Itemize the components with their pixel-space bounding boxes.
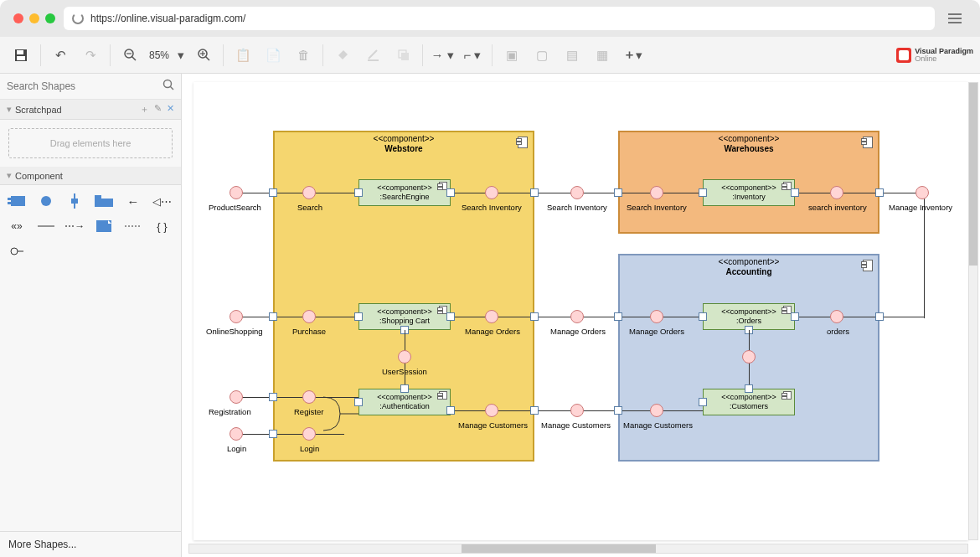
if-registration[interactable] [230, 390, 243, 404]
if-mo-acc[interactable] [650, 310, 663, 323]
if-online-shopping[interactable] [230, 310, 243, 323]
port-ord-r[interactable] [791, 312, 799, 321]
search-shapes-input[interactable] [7, 80, 162, 92]
scratchpad-dropzone[interactable]: Drag elements here [8, 128, 173, 158]
delete-button[interactable]: 🗑 [289, 43, 317, 68]
scratchpad-edit-icon[interactable]: ✎ [154, 103, 162, 116]
redo-button[interactable]: ↷ [76, 43, 105, 68]
port-cust-t[interactable] [745, 384, 753, 393]
port-webstore-r3[interactable] [530, 406, 539, 415]
url-bar[interactable]: https://online.visual-paradigm.com/ [64, 7, 935, 30]
if-login2[interactable] [302, 427, 316, 441]
if-si-inv[interactable] [830, 186, 843, 199]
to-front-button[interactable]: ▣ [498, 43, 526, 68]
shape-lollipop-icon[interactable] [7, 242, 27, 260]
search-icon[interactable] [162, 79, 174, 94]
zoom-level[interactable]: 85% [146, 49, 173, 61]
shape-dashed-arrow-icon[interactable]: ⋯→ [64, 217, 85, 235]
shape-component-icon[interactable] [7, 192, 27, 210]
port-auth-r[interactable] [446, 406, 455, 415]
save-button[interactable] [7, 43, 35, 68]
reload-icon[interactable] [72, 13, 84, 24]
shape-dashed-line-icon[interactable] [123, 217, 143, 235]
vertical-scrollbar[interactable] [968, 82, 978, 540]
if-mc-ws[interactable] [485, 404, 498, 417]
more-shapes-button[interactable]: More Shapes... [0, 531, 181, 557]
comp-search-engine[interactable]: <<component>> :SearchEngine [358, 179, 451, 206]
scratchpad-add-icon[interactable]: ＋ [140, 103, 149, 116]
if-search[interactable] [302, 186, 316, 199]
shape-package-icon[interactable] [94, 192, 114, 210]
port-cust-l[interactable] [699, 398, 707, 406]
shape-interface-icon[interactable] [36, 192, 56, 210]
port-ord-l[interactable] [699, 312, 707, 321]
port-webstore-l4[interactable] [269, 430, 277, 438]
if-mo-edge[interactable] [570, 310, 584, 323]
port-acc-l1[interactable] [614, 312, 622, 321]
component-panel-header[interactable]: ▾ Component [0, 167, 181, 185]
port-inv-l[interactable] [699, 188, 707, 197]
port-wh-l[interactable] [614, 188, 622, 197]
port-acc-r1[interactable] [875, 312, 884, 321]
scratchpad-header[interactable]: ▾ Scratchpad ＋ ✎ ✕ [0, 100, 181, 120]
if-purchase[interactable] [302, 310, 316, 323]
line-color-button[interactable] [358, 43, 387, 68]
if-si-wh[interactable] [650, 186, 663, 199]
shape-realization-icon[interactable]: ◁⋯ [152, 192, 172, 210]
port-wh-r[interactable] [875, 188, 884, 197]
add-button[interactable]: ＋ ▾ [618, 43, 647, 68]
port-webstore-l1[interactable] [269, 188, 277, 197]
minimize-window-icon[interactable] [29, 13, 39, 23]
shape-association-icon[interactable] [36, 217, 56, 235]
align-button[interactable]: ▤ [558, 43, 586, 68]
shape-note-icon[interactable] [94, 217, 114, 235]
shape-port-icon[interactable] [64, 192, 85, 210]
if-ord-cust[interactable] [742, 350, 756, 364]
zoom-dropdown[interactable]: ▾ [174, 43, 188, 68]
port-auth-t[interactable] [400, 384, 409, 393]
maximize-window-icon[interactable] [45, 13, 55, 23]
fill-color-button[interactable] [328, 43, 357, 68]
shape-usage-icon[interactable]: «» [7, 217, 27, 235]
connector-arrow-button[interactable]: → ▾ [428, 43, 456, 68]
scratchpad-close-icon[interactable]: ✕ [167, 103, 174, 116]
if-register[interactable] [302, 390, 316, 404]
port-sc-r[interactable] [446, 312, 455, 321]
if-login[interactable] [230, 427, 243, 441]
close-window-icon[interactable] [13, 13, 23, 23]
shape-constraint-icon[interactable]: { } [152, 217, 172, 235]
if-si-edge[interactable] [570, 186, 584, 199]
browser-menu-icon[interactable] [943, 9, 967, 28]
copy-button[interactable]: 📋 [229, 43, 257, 68]
port-se-l[interactable] [354, 188, 363, 197]
horizontal-scrollbar[interactable] [188, 544, 968, 554]
shape-dependency-icon[interactable]: ← [123, 192, 143, 210]
if-product-search[interactable] [230, 186, 243, 199]
brand-logo[interactable]: Visual Paradigm Online [896, 48, 973, 63]
port-acc-l2[interactable] [614, 406, 622, 415]
comp-inventory[interactable]: <<component>> :Inventory [703, 179, 795, 206]
shadow-button[interactable] [389, 43, 417, 68]
zoom-out-button[interactable] [116, 43, 144, 68]
port-webstore-l3[interactable] [269, 393, 277, 401]
if-mo-ws[interactable] [485, 310, 498, 323]
connector-style-button[interactable]: ⌐ ▾ [458, 43, 487, 68]
to-back-button[interactable]: ▢ [528, 43, 556, 68]
canvas[interactable]: <<component>> Webstore <<component>> War… [182, 74, 980, 557]
distribute-button[interactable]: ▦ [588, 43, 616, 68]
zoom-in-button[interactable] [189, 43, 218, 68]
undo-button[interactable]: ↶ [46, 43, 75, 68]
if-si-ws[interactable] [485, 186, 498, 199]
if-user-session[interactable] [398, 350, 411, 364]
port-webstore-l2[interactable] [269, 312, 277, 321]
port-sc-l[interactable] [354, 312, 363, 321]
uml-component-diagram[interactable]: <<component>> Webstore <<component>> War… [193, 82, 968, 540]
port-inv-r[interactable] [791, 188, 799, 197]
port-auth-l[interactable] [354, 398, 363, 406]
port-se-r[interactable] [446, 188, 455, 197]
if-orders[interactable] [830, 310, 843, 323]
port-webstore-r1[interactable] [530, 188, 539, 197]
if-manage-inv[interactable] [916, 186, 929, 199]
if-mc-acc[interactable] [650, 404, 663, 417]
paste-button[interactable]: 📄 [259, 43, 287, 68]
